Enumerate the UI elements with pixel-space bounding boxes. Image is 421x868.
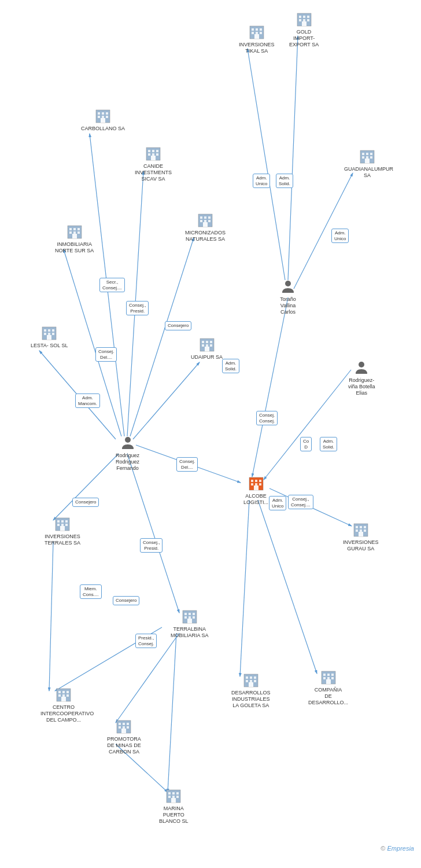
role-badge-5[interactable]: Consejero xyxy=(165,321,191,330)
building-icon-lesta_sol xyxy=(40,324,58,341)
node-inversiones_tikal[interactable]: INVERSIONES TIKAL SA xyxy=(239,23,275,54)
svg-rect-88 xyxy=(202,341,204,343)
node-inversiones_gurau[interactable]: INVERSIONES GURAU SA xyxy=(343,521,379,552)
node-label-desarrollos: DESARROLLOS INDUSTRIALES LA GOLETA SA xyxy=(231,690,271,708)
role-badge-7[interactable]: Adm. Mancom. xyxy=(75,393,100,408)
svg-rect-102 xyxy=(251,483,253,486)
building-icon-guadianalumpur xyxy=(359,148,376,165)
role-badge-0[interactable]: Adm. Unico xyxy=(253,174,270,188)
svg-rect-93 xyxy=(210,344,212,347)
role-badge-11[interactable]: Adm. Solid. xyxy=(320,437,337,451)
node-label-rodriguez: Rodriguez Rodriguez Fernando xyxy=(116,453,139,471)
role-badge-14[interactable]: Consej., Consej.... xyxy=(288,495,313,509)
svg-rect-152 xyxy=(67,694,69,697)
building-icon-inmobiliaria xyxy=(66,223,83,240)
building-icon-alcobe xyxy=(248,475,265,492)
svg-rect-28 xyxy=(303,19,305,21)
svg-rect-157 xyxy=(127,723,129,725)
svg-rect-128 xyxy=(193,616,195,619)
node-gold[interactable]: GOLD IMPORT- EXPORT SA xyxy=(289,10,319,47)
svg-rect-67 xyxy=(200,220,202,222)
node-canide[interactable]: CANIDE INVESTMENTS SICAV SA xyxy=(135,145,172,182)
role-badge-15[interactable]: Consejero xyxy=(72,498,99,507)
svg-line-2 xyxy=(248,49,285,280)
role-badge-10[interactable]: Co D xyxy=(300,437,312,451)
svg-rect-34 xyxy=(260,28,262,31)
svg-rect-57 xyxy=(152,150,154,152)
svg-rect-73 xyxy=(73,228,76,230)
svg-rect-150 xyxy=(58,694,61,697)
node-marina[interactable]: MARINA PUERTO BLANCO SL xyxy=(159,787,189,824)
node-carbollano[interactable]: CARBOLLANO SA xyxy=(81,107,125,132)
building-icon-micronizados xyxy=(197,211,214,229)
svg-rect-116 xyxy=(360,526,362,528)
node-desarrollos[interactable]: DESARROLLOS INDUSTRIALES LA GOLETA SA xyxy=(231,671,271,708)
role-badge-4[interactable]: Consej., Presid. xyxy=(126,301,149,315)
node-label-lesta_sol: LESTA- SOL SL xyxy=(31,343,68,349)
svg-rect-54 xyxy=(101,118,105,123)
role-badge-2[interactable]: Adm. Unico xyxy=(331,229,349,243)
node-guadianalumpur[interactable]: GUADIANALUMPUR SA xyxy=(344,148,390,179)
node-rodriguez_vina[interactable]: Rodriguez- viña Botella Elias xyxy=(348,359,375,396)
svg-rect-44 xyxy=(366,156,368,159)
role-badge-6[interactable]: Consej. Del.... xyxy=(95,347,117,362)
node-rodriguez[interactable]: Rodriguez Rodriguez Fernando xyxy=(116,434,139,471)
svg-rect-111 xyxy=(61,524,64,526)
node-label-guadianalumpur: GUADIANALUMPUR SA xyxy=(344,166,390,179)
svg-line-16 xyxy=(258,500,317,674)
node-label-alcobe: ALCOBE LOGISTI... xyxy=(243,493,268,506)
svg-rect-166 xyxy=(168,796,171,798)
role-badge-19[interactable]: Presid., Consej. xyxy=(135,634,157,648)
svg-rect-141 xyxy=(331,674,334,676)
svg-rect-33 xyxy=(256,28,258,31)
building-icon-inversiones_gurau xyxy=(352,521,370,538)
svg-rect-48 xyxy=(98,112,100,115)
svg-rect-105 xyxy=(254,486,258,490)
node-lesta_sol[interactable]: LESTA- SOL SL xyxy=(31,324,68,349)
node-inversiones_terrales[interactable]: INVERSIONES TERRALES SA xyxy=(45,515,80,546)
svg-rect-118 xyxy=(356,529,358,532)
svg-rect-81 xyxy=(48,329,50,332)
role-badge-16[interactable]: Consej., Presid. xyxy=(140,538,163,553)
role-badge-8[interactable]: Adm. Solid. xyxy=(222,359,239,373)
role-badge-17[interactable]: Miem. Cons.... xyxy=(80,584,102,599)
svg-rect-65 xyxy=(204,216,206,219)
svg-rect-123 xyxy=(184,613,187,615)
svg-rect-147 xyxy=(58,691,61,693)
svg-rect-145 xyxy=(326,679,331,684)
svg-rect-60 xyxy=(152,153,154,156)
node-alcobe[interactable]: ALCOBE LOGISTI... xyxy=(243,475,268,506)
role-badge-18[interactable]: Consejero xyxy=(113,596,139,605)
svg-rect-83 xyxy=(44,333,46,335)
node-centro[interactable]: CENTRO INTERCOOPERATIVO DEL CAMPO... xyxy=(40,686,87,723)
node-torano[interactable]: Toraño Vallina Carlos xyxy=(279,278,297,315)
svg-rect-139 xyxy=(323,674,326,676)
node-label-inmobiliaria: INMOBILIARIA NORTE SUR SA xyxy=(55,241,94,254)
svg-rect-72 xyxy=(69,228,72,230)
role-badge-1[interactable]: Adm. Solid. xyxy=(276,174,293,188)
building-icon-compania xyxy=(320,668,337,686)
node-terralbina[interactable]: TERRALBINA MOBILIARIA SA xyxy=(171,608,209,639)
node-micronizados[interactable]: MICRONIZADOS NATURALES SA xyxy=(185,211,226,242)
svg-rect-76 xyxy=(73,231,76,234)
svg-rect-156 xyxy=(123,723,125,725)
node-compania[interactable]: COMPAÑIA DE DESARROLLO... xyxy=(308,668,348,705)
node-inmobiliaria[interactable]: INMOBILIARIA NORTE SUR SA xyxy=(55,223,94,254)
svg-rect-29 xyxy=(307,19,309,21)
svg-rect-43 xyxy=(362,156,364,159)
node-promotora[interactable]: PROMOTORA DE MINAS DE CARBON SA xyxy=(107,718,141,755)
svg-rect-132 xyxy=(250,676,252,679)
role-badge-13[interactable]: Adm. Unico xyxy=(269,496,286,510)
svg-point-96 xyxy=(359,362,364,367)
role-badge-12[interactable]: Consej. Del.... xyxy=(176,457,198,472)
node-udaipur[interactable]: UDAIPUR SA xyxy=(191,336,223,361)
node-label-centro: CENTRO INTERCOOPERATIVO DEL CAMPO... xyxy=(40,704,87,723)
svg-rect-169 xyxy=(171,798,176,803)
building-icon-inversiones_tikal xyxy=(248,23,265,41)
role-badge-3[interactable]: Secr., Consej.... xyxy=(99,278,125,292)
svg-line-6 xyxy=(130,238,194,436)
node-label-marina: MARINA PUERTO BLANCO SL xyxy=(159,806,189,824)
svg-line-12 xyxy=(127,454,179,613)
svg-rect-70 xyxy=(203,222,208,227)
role-badge-9[interactable]: Consej. Consej. xyxy=(256,411,278,425)
